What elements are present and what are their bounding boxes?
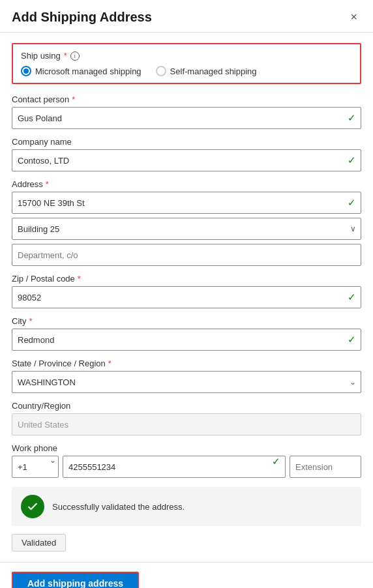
city-label: City * xyxy=(12,316,361,326)
address-line1-input[interactable] xyxy=(12,192,361,214)
contact-person-field: Contact person * ✓ xyxy=(12,95,361,129)
radio-circle-microsoft xyxy=(21,66,31,76)
state-select[interactable]: WASHINGTON xyxy=(12,371,361,393)
radio-microsoft-label: Microsoft managed shipping xyxy=(35,66,142,76)
ship-using-label: Ship using * i xyxy=(21,51,352,61)
radio-self-managed[interactable]: Self-managed shipping xyxy=(156,66,257,76)
modal-footer: Add shipping address xyxy=(0,562,373,588)
address-line3-wrap xyxy=(12,244,361,266)
address-line2-input[interactable] xyxy=(12,218,361,240)
close-button[interactable]: × xyxy=(346,9,361,25)
ship-using-info-icon[interactable]: i xyxy=(70,51,80,61)
state-field: State / Province / Region * WASHINGTON ⌄ xyxy=(12,359,361,393)
contact-person-label: Contact person * xyxy=(12,95,361,104)
address-field: Address * ✓ ∨ xyxy=(12,179,361,266)
zip-label: Zip / Postal code * xyxy=(12,274,361,284)
country-input-wrap xyxy=(12,413,361,435)
phone-row: +1 ⌄ ✓ xyxy=(12,456,361,478)
validation-success-icon xyxy=(21,495,44,518)
zip-field: Zip / Postal code * ✓ xyxy=(12,274,361,308)
contact-person-input-wrap: ✓ xyxy=(12,107,361,129)
ship-using-required: * xyxy=(64,51,67,61)
address-line2-wrap: ∨ xyxy=(12,218,361,240)
modal-body: Ship using * i Microsoft managed shippin… xyxy=(0,33,373,562)
add-shipping-address-modal: Add Shipping Address × Ship using * i Mi… xyxy=(0,0,373,588)
company-name-label: Company name xyxy=(12,137,361,147)
country-label: Country/Region xyxy=(12,401,361,411)
address-line3-input[interactable] xyxy=(12,244,361,266)
phone-country-wrap: +1 ⌄ xyxy=(12,456,59,478)
page-title: Add Shipping Address xyxy=(12,10,152,25)
city-field: City * ✓ xyxy=(12,316,361,351)
radio-microsoft-managed[interactable]: Microsoft managed shipping xyxy=(21,66,142,76)
phone-country-select[interactable]: +1 xyxy=(12,456,59,478)
validation-message: Successfully validated the address. xyxy=(52,502,185,512)
modal-header: Add Shipping Address × xyxy=(0,0,373,33)
city-input[interactable] xyxy=(12,329,361,351)
company-name-input[interactable] xyxy=(12,149,361,171)
phone-number-input[interactable] xyxy=(63,456,286,478)
contact-person-input[interactable] xyxy=(12,107,361,129)
zip-input-wrap: ✓ xyxy=(12,286,361,308)
country-input xyxy=(12,413,361,435)
ship-using-section: Ship using * i Microsoft managed shippin… xyxy=(12,43,361,84)
validated-button[interactable]: Validated xyxy=(12,534,66,551)
state-label: State / Province / Region * xyxy=(12,359,361,368)
zip-input[interactable] xyxy=(12,286,361,308)
state-select-wrap: WASHINGTON ⌄ xyxy=(12,371,361,393)
validation-box: Successfully validated the address. xyxy=(12,487,361,526)
country-field: Country/Region xyxy=(12,401,361,435)
address-label: Address * xyxy=(12,179,361,189)
work-phone-field: Work phone +1 ⌄ ✓ xyxy=(12,443,361,478)
company-name-field: Company name ✓ xyxy=(12,137,361,171)
address-line1-wrap: ✓ xyxy=(12,192,361,214)
phone-extension-input[interactable] xyxy=(290,456,361,478)
work-phone-label: Work phone xyxy=(12,443,361,453)
ship-using-radio-group: Microsoft managed shipping Self-managed … xyxy=(21,66,352,76)
validated-button-wrap: Validated xyxy=(12,534,361,551)
city-input-wrap: ✓ xyxy=(12,329,361,351)
company-name-input-wrap: ✓ xyxy=(12,149,361,171)
submit-button[interactable]: Add shipping address xyxy=(12,572,139,588)
radio-circle-self xyxy=(156,66,166,76)
radio-self-label: Self-managed shipping xyxy=(170,66,257,76)
phone-number-wrap: ✓ xyxy=(63,456,286,478)
